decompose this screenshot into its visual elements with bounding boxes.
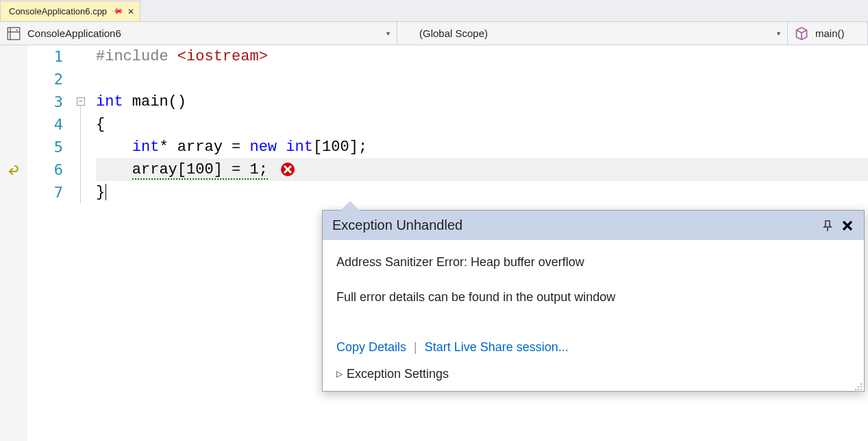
svg-point-4 bbox=[860, 386, 862, 388]
svg-point-7 bbox=[860, 389, 862, 390]
line-number: 3 bbox=[27, 91, 63, 113]
scope-dropdown[interactable]: (Global Scope) ▾ bbox=[397, 22, 788, 45]
resize-grip-icon[interactable] bbox=[853, 380, 863, 390]
exception-message: Address Sanitizer Error: Heap buffer ove… bbox=[336, 252, 850, 272]
line-number: 2 bbox=[27, 68, 63, 91]
live-share-link[interactable]: Start Live Share session... bbox=[425, 340, 569, 354]
svg-point-3 bbox=[858, 386, 859, 388]
fold-line bbox=[80, 106, 81, 203]
line-number: 4 bbox=[27, 113, 63, 136]
function-name: main() bbox=[815, 27, 845, 39]
line-number: 5 bbox=[27, 136, 63, 158]
popup-header: Exception Unhandled bbox=[323, 211, 864, 240]
code-line[interactable]: { bbox=[96, 113, 868, 136]
copy-details-link[interactable]: Copy Details bbox=[336, 340, 406, 354]
chevron-down-icon: ▾ bbox=[777, 29, 780, 37]
file-tab[interactable]: ConsoleApplication6.cpp 📌 ✕ bbox=[0, 1, 140, 21]
exception-hint: Full error details can be found in the o… bbox=[336, 287, 850, 307]
code-line[interactable]: } bbox=[96, 181, 868, 204]
svg-point-5 bbox=[855, 389, 856, 390]
break-arrow-icon bbox=[5, 164, 21, 181]
svg-point-2 bbox=[860, 383, 862, 385]
scope-name: (Global Scope) bbox=[419, 27, 488, 39]
fold-margin: − bbox=[75, 45, 90, 441]
popup-title: Exception Unhandled bbox=[332, 217, 462, 233]
code-line[interactable] bbox=[96, 68, 868, 91]
code-line[interactable]: int* array = new int[100]; bbox=[96, 136, 868, 158]
chevron-down-icon: ▾ bbox=[386, 29, 390, 37]
warning-squiggle: array[100] = 1; bbox=[132, 161, 268, 180]
line-number: 7 bbox=[27, 181, 63, 204]
tab-bar: ConsoleApplication6.cpp 📌 ✕ bbox=[0, 0, 868, 22]
text-cursor bbox=[106, 184, 106, 200]
popup-links: Copy Details | Start Live Share session.… bbox=[323, 340, 864, 363]
close-icon[interactable]: ✕ bbox=[127, 7, 134, 16]
line-number: 6 bbox=[27, 158, 63, 181]
pin-icon[interactable] bbox=[821, 219, 834, 232]
code-line[interactable]: int main() bbox=[96, 91, 868, 113]
navigation-bar: ConsoleApplication6 ▾ (Global Scope) ▾ m… bbox=[0, 22, 868, 45]
popup-arrow bbox=[340, 201, 360, 211]
project-dropdown[interactable]: ConsoleApplication6 ▾ bbox=[0, 22, 397, 45]
expand-icon: ▷ bbox=[336, 369, 343, 379]
project-icon bbox=[7, 27, 21, 40]
link-separator: | bbox=[414, 340, 417, 354]
error-icon[interactable] bbox=[280, 162, 295, 177]
exception-popup: Exception Unhandled Address Sanitizer Er… bbox=[322, 210, 865, 392]
close-icon[interactable] bbox=[841, 219, 854, 233]
svg-point-6 bbox=[858, 389, 859, 390]
exception-settings-toggle[interactable]: ▷ Exception Settings bbox=[323, 363, 864, 391]
code-line[interactable]: array[100] = 1; bbox=[96, 158, 868, 181]
tab-filename: ConsoleApplication6.cpp bbox=[9, 6, 107, 16]
project-name: ConsoleApplication6 bbox=[27, 27, 121, 39]
function-dropdown[interactable]: main() bbox=[788, 22, 868, 45]
line-number: 1 bbox=[27, 45, 63, 68]
pin-icon[interactable]: 📌 bbox=[111, 5, 124, 18]
code-line[interactable]: #include <iostream> bbox=[96, 45, 868, 68]
exception-settings-label: Exception Settings bbox=[347, 367, 449, 381]
popup-body: Address Sanitizer Error: Heap buffer ove… bbox=[323, 240, 864, 340]
svg-rect-0 bbox=[8, 27, 20, 40]
fold-toggle[interactable]: − bbox=[77, 97, 85, 106]
function-icon bbox=[795, 27, 808, 40]
glyph-margin bbox=[0, 45, 27, 441]
line-number-gutter: 1234567 bbox=[27, 45, 75, 441]
